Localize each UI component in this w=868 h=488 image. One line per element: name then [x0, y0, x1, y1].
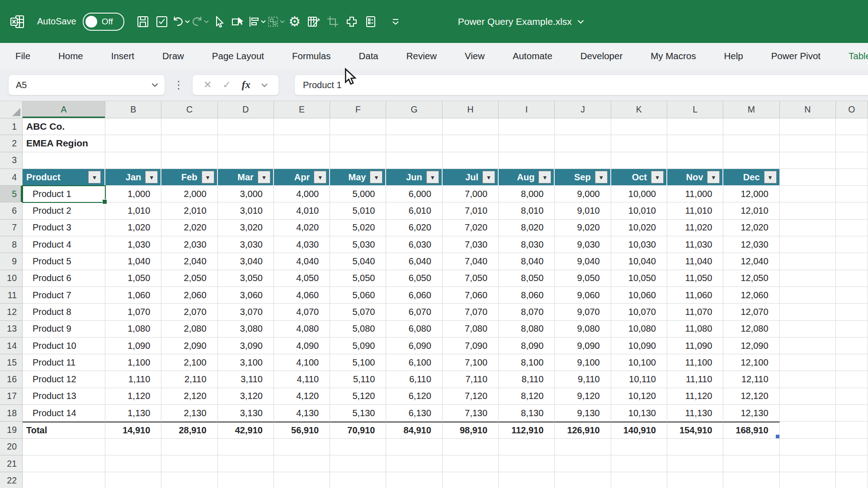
- cell-J9[interactable]: 9,040: [555, 253, 611, 270]
- autosave-toggle[interactable]: Off: [83, 13, 124, 31]
- cell-H8[interactable]: 7,030: [443, 236, 499, 253]
- cell-L15[interactable]: 11,100: [667, 354, 723, 371]
- cell-H20[interactable]: [443, 439, 499, 455]
- cell-H6[interactable]: 7,010: [443, 202, 499, 219]
- row-header-5[interactable]: 5: [0, 186, 23, 202]
- cell-B4[interactable]: Jan▾: [105, 169, 161, 186]
- cell-G5[interactable]: 6,000: [386, 186, 442, 202]
- select-objects-icon[interactable]: [228, 11, 247, 32]
- row-header-21[interactable]: 21: [0, 455, 23, 472]
- cell-A9[interactable]: Product 5: [23, 253, 105, 270]
- cell-F22[interactable]: [330, 472, 386, 488]
- qat-overflow-icon[interactable]: [387, 13, 404, 31]
- cell-C13[interactable]: 2,080: [161, 321, 217, 338]
- cell-E19[interactable]: 56,910: [274, 422, 330, 438]
- cell-N13[interactable]: [780, 321, 836, 338]
- cell-D2[interactable]: [218, 135, 274, 152]
- cell-F17[interactable]: 5,120: [330, 388, 386, 405]
- cell-N18[interactable]: [780, 405, 836, 422]
- cell-I19[interactable]: 112,910: [499, 422, 555, 438]
- cell-F10[interactable]: 5,050: [330, 270, 386, 287]
- cell-A11[interactable]: Product 7: [23, 287, 105, 304]
- cell-I15[interactable]: 8,100: [499, 354, 555, 371]
- row-header-7[interactable]: 7: [0, 220, 23, 236]
- cell-B13[interactable]: 1,080: [105, 321, 161, 338]
- cell-B11[interactable]: 1,060: [105, 287, 161, 304]
- cell-N4[interactable]: [780, 169, 836, 186]
- tab-data[interactable]: Data: [359, 51, 378, 61]
- cell-O9[interactable]: [836, 253, 868, 270]
- cell-B6[interactable]: 1,010: [105, 202, 161, 219]
- cell-H18[interactable]: 7,130: [443, 405, 499, 422]
- cell-N1[interactable]: [780, 118, 836, 135]
- cell-M10[interactable]: 12,050: [723, 270, 779, 287]
- cell-N6[interactable]: [780, 202, 836, 219]
- add-shape-icon[interactable]: [342, 11, 361, 32]
- cell-M16[interactable]: 12,110: [723, 371, 779, 388]
- cell-F1[interactable]: [330, 118, 386, 135]
- excel-logo-icon[interactable]: [10, 14, 25, 29]
- cell-B17[interactable]: 1,120: [105, 388, 161, 405]
- cell-H4[interactable]: Jul▾: [443, 169, 499, 186]
- row-header-12[interactable]: 12: [0, 304, 23, 320]
- crop-icon[interactable]: [323, 11, 342, 32]
- cell-K7[interactable]: 10,020: [611, 220, 667, 236]
- tab-file[interactable]: File: [15, 51, 30, 61]
- cell-A21[interactable]: [23, 455, 105, 472]
- cell-J18[interactable]: 9,130: [555, 405, 611, 422]
- filter-button-icon[interactable]: ▾: [258, 171, 270, 183]
- cell-N7[interactable]: [780, 220, 836, 236]
- cell-I11[interactable]: 8,060: [499, 287, 555, 304]
- cell-A18[interactable]: Product 14: [23, 405, 105, 422]
- cell-H9[interactable]: 7,040: [443, 253, 499, 270]
- cell-O19[interactable]: [836, 422, 868, 438]
- cell-H2[interactable]: [443, 135, 499, 152]
- cell-O7[interactable]: [836, 220, 868, 236]
- cell-G2[interactable]: [386, 135, 442, 152]
- cell-A14[interactable]: Product 10: [23, 338, 105, 354]
- cell-M19[interactable]: 168,910: [723, 422, 779, 438]
- cell-J14[interactable]: 9,090: [555, 338, 611, 354]
- cell-F11[interactable]: 5,060: [330, 287, 386, 304]
- cell-L12[interactable]: 11,070: [667, 304, 723, 320]
- cell-O16[interactable]: [836, 371, 868, 388]
- cell-G15[interactable]: 6,100: [386, 354, 442, 371]
- cell-F2[interactable]: [330, 135, 386, 152]
- cell-O13[interactable]: [836, 321, 868, 338]
- cell-H15[interactable]: 7,100: [443, 354, 499, 371]
- cell-D12[interactable]: 3,070: [218, 304, 274, 320]
- cell-H17[interactable]: 7,120: [443, 388, 499, 405]
- column-header-H[interactable]: H: [443, 101, 499, 118]
- row-header-16[interactable]: 16: [0, 371, 23, 388]
- cell-L11[interactable]: 11,060: [667, 287, 723, 304]
- cell-B15[interactable]: 1,100: [105, 354, 161, 371]
- cell-G20[interactable]: [386, 439, 442, 455]
- cell-I21[interactable]: [499, 455, 555, 472]
- filter-button-icon[interactable]: ▾: [88, 171, 101, 183]
- cell-E7[interactable]: 4,020: [274, 220, 330, 236]
- tab-formulas[interactable]: Formulas: [292, 51, 330, 61]
- cell-E13[interactable]: 4,080: [274, 321, 330, 338]
- table-resize-handle[interactable]: [776, 435, 779, 438]
- fx-chevron-icon[interactable]: [261, 83, 268, 87]
- cell-N22[interactable]: [780, 472, 836, 488]
- cell-I16[interactable]: 8,110: [499, 371, 555, 388]
- cell-B8[interactable]: 1,030: [105, 236, 161, 253]
- cell-J20[interactable]: [555, 439, 611, 455]
- cell-H22[interactable]: [443, 472, 499, 488]
- cell-N2[interactable]: [780, 135, 836, 152]
- cell-G14[interactable]: 6,090: [386, 338, 442, 354]
- cell-N20[interactable]: [780, 439, 836, 455]
- save-icon[interactable]: [133, 11, 152, 32]
- cell-E2[interactable]: [274, 135, 330, 152]
- cell-I8[interactable]: 8,030: [499, 236, 555, 253]
- cell-D13[interactable]: 3,080: [218, 321, 274, 338]
- cell-O21[interactable]: [836, 455, 868, 472]
- cell-G4[interactable]: Jun▾: [386, 169, 442, 186]
- cell-B21[interactable]: [105, 455, 161, 472]
- cell-E16[interactable]: 4,110: [274, 371, 330, 388]
- cell-M4[interactable]: Dec▾: [723, 169, 779, 186]
- cell-E17[interactable]: 4,120: [274, 388, 330, 405]
- cell-M21[interactable]: [723, 455, 779, 472]
- cell-M13[interactable]: 12,080: [723, 321, 779, 338]
